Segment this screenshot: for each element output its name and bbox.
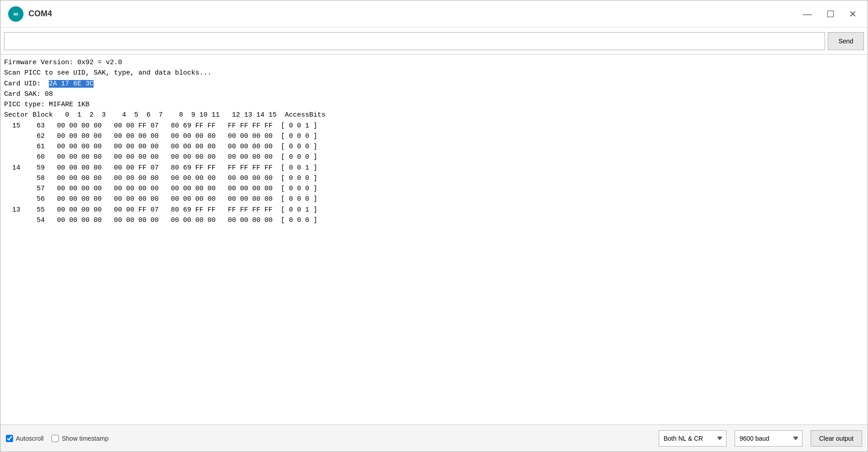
output-line: Sector Block 0 1 2 3 4 5 6 7 8 9 10 11 1… bbox=[4, 110, 864, 120]
input-bar: Send bbox=[0, 28, 868, 55]
output-line: Scan PICC to see UID, SAK, type, and dat… bbox=[4, 68, 864, 78]
close-button[interactable]: ✕ bbox=[845, 8, 860, 20]
window-title: COM4 bbox=[28, 9, 799, 19]
titlebar: ∞ COM4 — ☐ ✕ bbox=[0, 0, 868, 28]
titlebar-controls: — ☐ ✕ bbox=[799, 8, 860, 20]
output-line: 14 59 00 00 00 00 00 00 FF 07 80 69 FF F… bbox=[4, 163, 864, 173]
autoscroll-label: Autoscroll bbox=[16, 435, 43, 442]
autoscroll-checkbox[interactable] bbox=[6, 435, 13, 442]
baud-rate-group: 300 baud1200 baud2400 baud4800 baud9600 … bbox=[735, 430, 802, 447]
send-button[interactable]: Send bbox=[828, 32, 864, 50]
minimize-button[interactable]: — bbox=[799, 8, 816, 20]
output-line: 58 00 00 00 00 00 00 00 00 00 00 00 00 0… bbox=[4, 173, 864, 184]
output-area[interactable]: Firmware Version: 0x92 = v2.0Scan PICC t… bbox=[0, 55, 868, 424]
clear-output-button[interactable]: Clear output bbox=[811, 430, 862, 447]
show-timestamp-label: Show timestamp bbox=[61, 435, 108, 442]
output-line: 54 00 00 00 00 00 00 00 00 00 00 00 00 0… bbox=[4, 215, 864, 226]
main-window: ∞ COM4 — ☐ ✕ Send Firmware Version: 0x92… bbox=[0, 0, 868, 452]
output-line: 13 55 00 00 00 00 00 00 FF 07 80 69 FF F… bbox=[4, 205, 864, 215]
output-line: Card UID: 2A 17 6E 3C bbox=[4, 79, 864, 89]
output-line: 56 00 00 00 00 00 00 00 00 00 00 00 00 0… bbox=[4, 194, 864, 204]
output-line: 61 00 00 00 00 00 00 00 00 00 00 00 00 0… bbox=[4, 141, 864, 152]
output-line: Card SAK: 08 bbox=[4, 89, 864, 99]
show-timestamp-group[interactable]: Show timestamp bbox=[52, 435, 108, 442]
serial-input[interactable] bbox=[4, 32, 825, 50]
show-timestamp-checkbox[interactable] bbox=[52, 435, 59, 442]
highlighted-uid: 2A 17 6E 3C bbox=[49, 80, 94, 88]
output-line: 57 00 00 00 00 00 00 00 00 00 00 00 00 0… bbox=[4, 184, 864, 194]
maximize-button[interactable]: ☐ bbox=[823, 8, 838, 20]
arduino-logo: ∞ bbox=[8, 6, 24, 22]
output-line: Firmware Version: 0x92 = v2.0 bbox=[4, 57, 864, 68]
output-line: 62 00 00 00 00 00 00 00 00 00 00 00 00 0… bbox=[4, 131, 864, 141]
output-line: 15 63 00 00 00 00 00 00 FF 07 80 69 FF F… bbox=[4, 121, 864, 131]
baud-rate-select[interactable]: 300 baud1200 baud2400 baud4800 baud9600 … bbox=[735, 430, 802, 447]
output-line: PICC type: MIFARE 1KB bbox=[4, 99, 864, 110]
line-ending-group: No line endingNewlineCarriage returnBoth… bbox=[659, 430, 726, 447]
svg-text:∞: ∞ bbox=[13, 10, 18, 18]
output-line: 60 00 00 00 00 00 00 00 00 00 00 00 00 0… bbox=[4, 152, 864, 162]
bottom-bar: Autoscroll Show timestamp No line ending… bbox=[0, 424, 868, 452]
autoscroll-group[interactable]: Autoscroll bbox=[6, 435, 43, 442]
line-ending-select[interactable]: No line endingNewlineCarriage returnBoth… bbox=[659, 430, 726, 447]
